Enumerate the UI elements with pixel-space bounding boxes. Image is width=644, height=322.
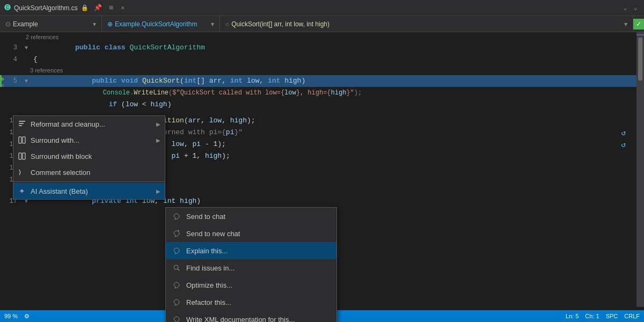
project-arrow: ▾ bbox=[93, 20, 96, 28]
more-button[interactable]: ⌄ bbox=[621, 3, 630, 13]
nav-class[interactable]: ⊕ Example.QuickSortAlgorithm ▾ bbox=[102, 16, 220, 32]
submenu-item-explain[interactable]: Explain this... bbox=[166, 242, 336, 259]
nav-project[interactable]: ⊙ Example ▾ bbox=[0, 16, 102, 32]
project-name: Example bbox=[13, 20, 38, 28]
zoom-value: 99 % bbox=[4, 313, 18, 319]
submenu-item-refactor[interactable]: Refactor this... bbox=[166, 294, 336, 311]
file-icon: 🅒 bbox=[4, 4, 11, 12]
status-encoding: SPC bbox=[606, 313, 618, 319]
method-name: QuickSort(int[] arr, int low, int high) bbox=[231, 20, 330, 28]
send-to-chat-label: Send to chat bbox=[186, 213, 225, 221]
surround-block-icon bbox=[18, 152, 26, 160]
explain-label: Explain this... bbox=[186, 247, 228, 255]
submenu-item-send-to-chat[interactable]: Send to chat bbox=[166, 208, 336, 225]
method-arrow: ▾ bbox=[624, 20, 627, 28]
ai-status-icon: ⚙ bbox=[24, 313, 30, 320]
editor-container: 2 references 3 ▼ public class QuickSortA… bbox=[0, 32, 644, 307]
svg-rect-6 bbox=[23, 153, 25, 159]
reformat-icon bbox=[18, 120, 26, 128]
menu-item-ai-assistant[interactable]: ✦ AI Assistant (Beta) ▶ bbox=[13, 183, 165, 199]
menu-item-surround-with[interactable]: Surround with... ▶ bbox=[13, 132, 165, 148]
surround-block-label: Surround with block bbox=[31, 152, 160, 160]
scrollbar-thumb[interactable] bbox=[638, 38, 642, 80]
menu-item-surround-block[interactable]: Surround with block bbox=[13, 148, 165, 164]
ai-icon: ✦ bbox=[18, 187, 26, 195]
ai-arrow: ▶ bbox=[156, 188, 160, 194]
status-zoom[interactable]: 99 % bbox=[4, 313, 18, 319]
context-menu-left: Reformat and cleanup... ▶ Surround with.… bbox=[13, 115, 165, 200]
svg-rect-5 bbox=[19, 153, 21, 159]
class-name: Example.QuickSortAlgorithm bbox=[115, 20, 197, 28]
ai-assistant-label: AI Assistant (Beta) bbox=[31, 187, 152, 195]
reformat-arrow: ▶ bbox=[156, 121, 160, 127]
send-to-new-chat-label: Send to new chat bbox=[186, 230, 240, 238]
comment-icon bbox=[18, 168, 26, 177]
title-bar-right: ⌄ ⌄ bbox=[621, 3, 640, 13]
svg-rect-4 bbox=[23, 137, 25, 143]
menu-separator bbox=[13, 181, 165, 182]
menu-item-comment[interactable]: Comment selection bbox=[13, 164, 165, 180]
surround-with-label: Surround with... bbox=[31, 136, 152, 144]
submenu-item-send-to-new-chat[interactable]: Send to new chat bbox=[166, 225, 336, 242]
svg-point-9 bbox=[174, 265, 178, 269]
submenu-item-optimize[interactable]: Optimize this... bbox=[166, 276, 336, 294]
code-line-3: 3 ▼ public class QuickSortAlgorithm bbox=[0, 42, 636, 54]
svg-rect-3 bbox=[19, 137, 21, 143]
more2-button[interactable]: ⌄ bbox=[632, 3, 640, 13]
title-bar: 🅒 QuickSortAlgorithm.cs 🔒 📌 ⊞ ✕ ⌄ ⌄ bbox=[0, 0, 644, 16]
send-to-chat-icon bbox=[172, 212, 181, 221]
status-right: Ln: 5 Ch: 1 SPC CRLF bbox=[566, 313, 640, 319]
menu-item-reformat[interactable]: Reformat and cleanup... ▶ bbox=[13, 116, 165, 132]
project-icon: ⊙ bbox=[5, 20, 11, 28]
surround-with-icon bbox=[18, 136, 26, 144]
close-button[interactable]: ✕ bbox=[119, 3, 127, 13]
class-arrow: ▾ bbox=[211, 20, 214, 28]
status-ai[interactable]: ⚙ bbox=[24, 313, 30, 320]
find-issues-label: Find issues in... bbox=[186, 264, 235, 272]
write-xml-label: Write XML documentation for this... bbox=[186, 316, 295, 323]
scrollbar-right[interactable] bbox=[636, 32, 644, 307]
nav-checkmark: ✓ bbox=[633, 19, 644, 30]
nav-method[interactable]: ○ QuickSort(int[] arr, int low, int high… bbox=[220, 16, 633, 32]
class-icon: ⊕ bbox=[107, 20, 113, 28]
send-to-new-chat-icon bbox=[172, 229, 181, 238]
svg-rect-2 bbox=[19, 125, 22, 126]
svg-rect-1 bbox=[19, 123, 24, 124]
submenu-item-find-issues[interactable]: Find issues in... bbox=[166, 259, 336, 276]
refactor-label: Refactor this... bbox=[186, 298, 231, 306]
filename: QuickSortAlgorithm.cs bbox=[14, 4, 78, 12]
optimize-icon bbox=[172, 281, 181, 289]
nav-bar: ⊙ Example ▾ ⊕ Example.QuickSortAlgorithm… bbox=[0, 16, 644, 32]
reformat-label: Reformat and cleanup... bbox=[31, 120, 152, 128]
lock-icon: 🔒 bbox=[81, 4, 89, 11]
status-ch: Ch: 1 bbox=[585, 313, 599, 319]
svg-line-10 bbox=[178, 269, 179, 270]
optimize-label: Optimize this... bbox=[186, 281, 232, 289]
write-xml-icon bbox=[172, 315, 181, 322]
pin-button[interactable]: 📌 bbox=[92, 3, 104, 13]
submenu-item-write-xml[interactable]: Write XML documentation for this... bbox=[166, 311, 336, 322]
method-icon: ○ bbox=[225, 20, 229, 28]
refactor-icon bbox=[172, 298, 181, 306]
find-issues-icon bbox=[172, 264, 181, 272]
surround-with-arrow: ▶ bbox=[156, 137, 160, 143]
collapse-3[interactable]: ▼ bbox=[25, 45, 28, 51]
context-menu-right: Send to chat Send to new chat Explain th… bbox=[165, 207, 337, 322]
status-eol: CRLF bbox=[624, 313, 640, 319]
explain-icon bbox=[172, 246, 181, 255]
comment-label: Comment selection bbox=[31, 169, 160, 177]
status-ln: Ln: 5 bbox=[566, 313, 579, 319]
split-button[interactable]: ⊞ bbox=[107, 3, 115, 13]
svg-rect-0 bbox=[19, 121, 25, 122]
collapse-5[interactable]: ▼ bbox=[25, 78, 28, 84]
